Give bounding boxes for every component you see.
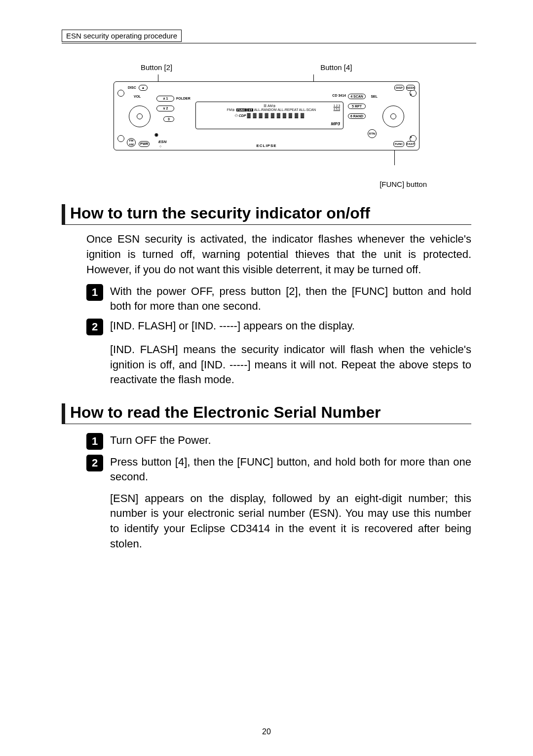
button-callout-row: Button [2] Button [4] [62,63,471,72]
fm-indicator: FM [227,108,232,111]
section1-step-2: 2 [IND. FLASH] or [IND. -----] appears o… [86,319,471,335]
step-text: Turn OFF the Power. [110,433,471,448]
rtn-button: RTN [368,129,377,138]
func-indicator: FUNC [236,108,247,111]
screw-holes-left [116,85,125,147]
am-indicator: AM [267,104,273,108]
brand-label: ECLIPSE [256,144,276,148]
page-number: 20 [262,727,271,736]
fast-button: FAST [406,141,415,147]
preset-2-button: ∨ 2 [156,106,174,111]
spectrum-blocks: ▓ ▓ ▓ ▓ ▓ ▓ ▓ ▓ ▓ ▓ [247,112,305,118]
callout-func-button: [FUNC] button [62,180,471,188]
seek-up-button: SEEK [406,85,415,91]
sel-label: SEL [371,95,378,98]
car-stereo-faceplate: DISC ▲ VOL ∧ 1 ∨ 2 3 FOLDER ☰ AM⊐ ☰ FM⊐ … [114,81,419,150]
fm-am-button: FM AM [127,138,136,147]
callout-button-2: Button [2] [141,63,172,72]
diagram: Button [2] Button [4] DISC ▲ VOL ∧ 1 ∨ 2… [62,63,471,188]
preset-indicators-top: 1 2 3 [334,104,340,108]
section1-note: [IND. FLASH] means the security indicato… [110,342,471,388]
page: ESN security operating procedure Button … [0,0,533,756]
step-number-badge: 1 [86,284,103,301]
lcd-display: ☰ AM⊐ ☰ FM⊐ FUNC ST ALL-RANDOM ALL-REPEA… [195,102,343,129]
folder-label: FOLDER [176,97,190,100]
section2-step-2: 2 Press button [4], then the [FUNC] butt… [86,455,471,484]
cdp-indicator: CDP [239,114,246,117]
header-tag: ESN security operating procedure [62,30,182,42]
step-number-badge: 1 [86,433,103,450]
cd-model-label: CD 3414 [332,94,346,97]
section2-title: How to read the Electronic Serial Number [62,403,471,424]
callout-button-4: Button [4] [320,63,352,72]
preset-3-button: 3 [163,116,174,122]
preset-5-rpt-button: 5 RPT [348,104,366,109]
seek-down-icon: ∨ [410,135,412,139]
preset-1-button: ∧ 1 [156,96,174,102]
led-icon: ○ [159,144,161,148]
header-rule [62,43,476,43]
callout-lines-bottom [62,150,471,165]
control-knob [382,106,404,127]
section2-step-1: 1 Turn OFF the Power. [86,433,471,450]
preset-indicators-bottom: 4 5 6 [334,108,340,111]
step-number-badge: 2 [86,455,103,471]
disp-button: DISP [394,85,404,91]
volume-knob [129,106,151,127]
seek-up-icon: ∧ [410,93,412,97]
section1-step-1: 1 With the power OFF, press button [2], … [86,284,471,313]
section1-title: How to turn the security indicator on/of… [62,204,471,225]
pwr-button: PWR [139,141,150,147]
st-indicator: ST [247,108,253,111]
step-text: Press button [4], then the [FUNC] button… [110,455,471,484]
callout-lines-top [62,74,471,81]
step-text: [IND. FLASH] or [IND. -----] appears on … [110,319,471,333]
func-button: FUNC [393,141,404,147]
eject-button: ▲ [139,85,148,91]
mode-indicators: ALL-RANDOM ALL-REPEAT ALL-SCAN [254,108,316,111]
esn-label: ESN [158,140,166,144]
step-text: With the power OFF, press button [2], th… [110,284,471,313]
step-number-badge: 2 [86,319,103,335]
vol-label: VOL [134,95,141,98]
section1-intro: Once ESN security is activated, the indi… [86,232,471,277]
preset-4-scan-button: 4 SCAN [348,94,366,99]
preset-6-rand-button: 6 RAND [348,113,366,119]
disc-label: DISC [128,86,136,89]
mp3-indicator: MP3 [331,121,340,127]
header-tag-container: ESN security operating procedure [62,30,471,42]
section2-note: [ESN] appears on the display, followed b… [110,491,471,552]
disc-icon: ◉ [154,132,158,137]
